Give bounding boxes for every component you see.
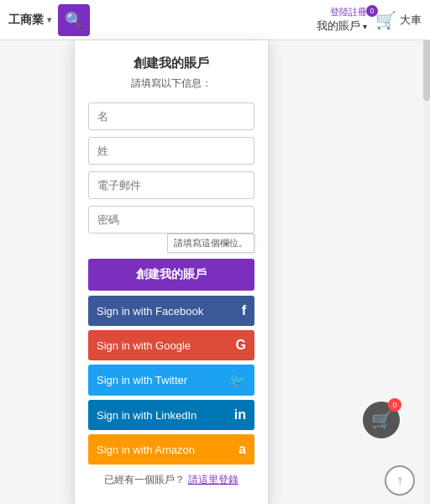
google-button-label: Sign in with Google xyxy=(97,339,191,352)
search-icon: 🔍 xyxy=(65,11,83,29)
last-name-input[interactable] xyxy=(88,137,254,165)
twitter-icon: 🐦 xyxy=(229,372,246,388)
cart-label: 大車 xyxy=(400,13,422,28)
account-nav[interactable]: 登陸註冊 我的賬戶 ▾ xyxy=(317,6,367,34)
footer-login-link[interactable]: 請這里登錄 xyxy=(188,474,239,486)
cart-icon: 🛒 xyxy=(375,11,396,29)
twitter-signin-button[interactable]: Sign in with Twitter 🐦 xyxy=(88,365,254,396)
password-input[interactable] xyxy=(88,206,254,234)
modal-subtitle: 請填寫以下信息： xyxy=(88,76,254,91)
fab-cart-icon: 🛒 xyxy=(371,410,392,430)
fab-cart-badge: 0 xyxy=(388,398,401,412)
header: 工商業 ▾ 🔍 登陸註冊 我的賬戶 ▾ 🛒 0 大車 xyxy=(0,0,430,40)
password-tooltip: 請填寫這個欄位。 xyxy=(167,234,254,253)
cart-badge: 0 xyxy=(366,5,378,17)
search-button[interactable]: 🔍 xyxy=(58,4,90,36)
brand-nav[interactable]: 工商業 ▾ xyxy=(8,13,51,28)
linkedin-button-label: Sign in with LinkedIn xyxy=(97,409,197,422)
scroll-up-button[interactable]: ↑ xyxy=(385,465,415,496)
email-input[interactable] xyxy=(88,171,254,199)
google-signin-button[interactable]: Sign in with Google G xyxy=(88,330,254,360)
up-icon: ↑ xyxy=(396,473,403,488)
create-account-button[interactable]: 創建我的賬戶 xyxy=(88,259,254,291)
amazon-button-label: Sign in with Amazon xyxy=(97,444,195,456)
facebook-button-label: Sign in with Facebook xyxy=(97,305,203,318)
password-wrapper: 請填寫這個欄位。 xyxy=(88,206,254,234)
account-chevron-icon: ▾ xyxy=(363,22,367,31)
linkedin-icon: in xyxy=(234,407,246,423)
scrollbar-track xyxy=(423,0,430,504)
facebook-icon: f xyxy=(242,303,246,318)
brand-chevron-icon: ▾ xyxy=(47,15,51,24)
account-main[interactable]: 我的賬戶 ▾ xyxy=(317,18,367,34)
google-icon: G xyxy=(236,338,246,353)
first-name-input[interactable] xyxy=(88,102,254,130)
create-account-modal: 創建我的賬戶 請填寫以下信息： 請填寫這個欄位。 創建我的賬戶 Sign in … xyxy=(74,40,269,504)
cart-nav[interactable]: 🛒 0 大車 xyxy=(375,10,422,30)
modal-title: 創建我的賬戶 xyxy=(88,55,254,71)
twitter-button-label: Sign in with Twitter xyxy=(97,374,187,386)
header-right: 登陸註冊 我的賬戶 ▾ 🛒 0 大車 xyxy=(317,6,422,34)
register-link[interactable]: 登陸註冊 xyxy=(330,6,367,18)
amazon-icon: a xyxy=(239,442,246,457)
amazon-signin-button[interactable]: Sign in with Amazon a xyxy=(88,434,254,465)
footer-text: 已經有一個賬戶？ xyxy=(104,474,185,486)
account-label: 我的賬戶 xyxy=(317,18,360,34)
facebook-signin-button[interactable]: Sign in with Facebook f xyxy=(88,296,254,326)
footer-login: 已經有一個賬戶？ 請這里登錄 xyxy=(88,473,254,487)
brand-label: 工商業 xyxy=(8,13,44,28)
linkedin-signin-button[interactable]: Sign in with LinkedIn in xyxy=(88,400,254,430)
